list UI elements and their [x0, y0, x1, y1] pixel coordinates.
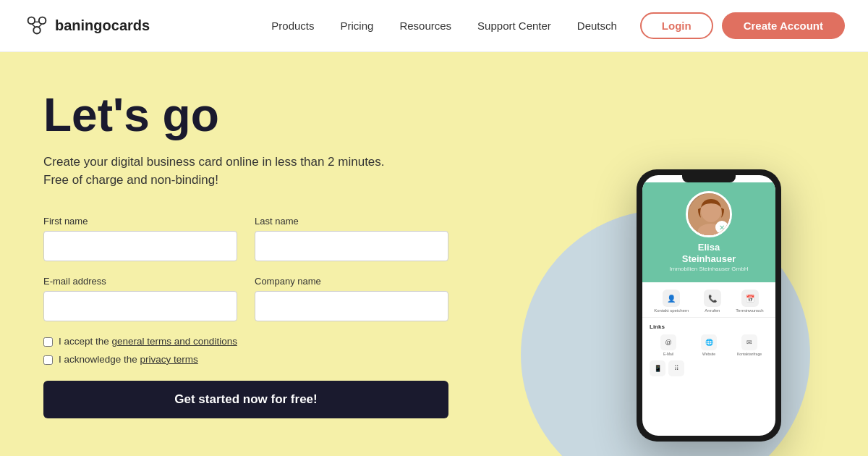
phone-actions: 👤 Kontakt speichern 📞 Anrufen 📅 Terminwu… — [642, 282, 775, 318]
terms-checkbox[interactable] — [43, 337, 53, 347]
logo[interactable]: baningocards — [23, 12, 150, 40]
login-button[interactable]: Login — [640, 12, 713, 39]
link-email-label: E-Mail — [663, 352, 673, 356]
nav-item-resources[interactable]: Resources — [399, 20, 451, 32]
company-label: Company name — [255, 276, 448, 287]
svg-point-2 — [33, 26, 41, 33]
phone-notch — [682, 175, 736, 182]
action-appointment: 📅 Terminwunsch — [736, 290, 763, 313]
link-email: @ E-Mail — [650, 334, 687, 356]
nav-item-products[interactable]: Products — [271, 20, 314, 32]
links-section: Links @ E-Mail 🌐 Website ✉ Kontaktanfra — [642, 318, 775, 382]
form-group-email: E-mail address — [43, 276, 237, 321]
last-name-input[interactable] — [255, 231, 448, 261]
first-name-label: First name — [43, 216, 237, 227]
svg-point-0 — [28, 17, 35, 24]
privacy-text: I acknowledge the privacy terms — [59, 354, 198, 365]
link-website: 🌐 Website — [690, 334, 728, 356]
profile-badge: ✕ — [715, 221, 728, 234]
phone-mockup: ✕ Elisa Steinhauser Immobilien Steinhaus… — [637, 169, 781, 442]
link-contact-label: Kontaktanfrage — [737, 352, 762, 356]
svg-point-1 — [39, 17, 46, 24]
privacy-checkbox-row: I acknowledge the privacy terms — [43, 354, 448, 365]
company-input[interactable] — [255, 291, 448, 321]
nav-item-support[interactable]: Support Center — [477, 20, 551, 32]
email-input[interactable] — [43, 291, 237, 321]
main-nav: Products Pricing Resources Support Cente… — [271, 20, 617, 32]
hero-section: Let's go Create your digital business ca… — [0, 52, 868, 456]
extra-links-row: 📱 ⠿ — [650, 360, 768, 376]
terms-checkbox-row: I accept the general terms and condition… — [43, 336, 448, 347]
action-save-contact: 👤 Kontakt speichern — [654, 290, 689, 313]
signup-form: First name Last name E-mail address Comp… — [43, 216, 448, 418]
profile-header: ✕ Elisa Steinhauser Immobilien Steinhaus… — [642, 182, 775, 282]
hero-subtitle: Create your digital business card online… — [43, 153, 448, 190]
action-save-label: Kontakt speichern — [654, 308, 689, 313]
logo-text: baningocards — [55, 17, 150, 34]
terms-text: I accept the general terms and condition… — [59, 336, 237, 347]
svg-line-4 — [32, 24, 35, 28]
calendar-icon: 📅 — [741, 290, 759, 307]
hero-right: ✕ Elisa Steinhauser Immobilien Steinhaus… — [448, 52, 825, 456]
form-group-company: Company name — [255, 276, 448, 321]
profile-company: Immobilien Steinhauser GmbH — [642, 266, 775, 272]
action-appointment-label: Terminwunsch — [736, 308, 763, 313]
email-label: E-mail address — [43, 276, 237, 287]
last-name-label: Last name — [255, 216, 448, 227]
links-title: Links — [650, 324, 768, 330]
link-contact: ✉ Kontaktanfrage — [731, 334, 768, 356]
create-account-button[interactable]: Create Account — [722, 12, 845, 39]
website-icon: 🌐 — [701, 334, 717, 350]
phone-screen: ✕ Elisa Steinhauser Immobilien Steinhaus… — [642, 175, 775, 436]
logo-icon — [23, 12, 51, 40]
action-call: 📞 Anrufen — [704, 290, 721, 313]
phone-icon: 📞 — [704, 290, 721, 307]
contact-save-icon: 👤 — [663, 290, 680, 307]
link-website-label: Website — [702, 352, 715, 356]
form-row-name: First name Last name — [43, 216, 448, 261]
privacy-link[interactable]: privacy terms — [140, 354, 198, 365]
svg-line-5 — [38, 24, 42, 28]
link-phone: 📱 — [650, 360, 665, 376]
form-group-lastname: Last name — [255, 216, 448, 261]
contact-request-icon: ✉ — [741, 334, 757, 350]
header: baningocards Products Pricing Resources … — [0, 0, 868, 52]
avatar: ✕ — [686, 191, 732, 237]
nav-item-pricing[interactable]: Pricing — [341, 20, 374, 32]
form-group-firstname: First name — [43, 216, 237, 261]
first-name-input[interactable] — [43, 231, 237, 261]
hero-left: Let's go Create your digital business ca… — [43, 90, 448, 418]
profile-name: Elisa Steinhauser — [642, 242, 775, 264]
form-row-contact: E-mail address Company name — [43, 276, 448, 321]
links-grid: @ E-Mail 🌐 Website ✉ Kontaktanfrage — [650, 334, 768, 356]
action-call-label: Anrufen — [705, 308, 720, 313]
submit-button[interactable]: Get started now for free! — [43, 381, 448, 418]
privacy-checkbox[interactable] — [43, 355, 53, 365]
hero-title: Let's go — [43, 90, 448, 140]
phone2-icon: 📱 — [650, 360, 665, 376]
qr-icon: ⠿ — [668, 360, 684, 376]
terms-link[interactable]: general terms and conditions — [112, 336, 237, 347]
link-qr: ⠿ — [668, 360, 684, 376]
nav-item-language[interactable]: Deutsch — [577, 20, 617, 32]
email-icon: @ — [660, 334, 676, 350]
